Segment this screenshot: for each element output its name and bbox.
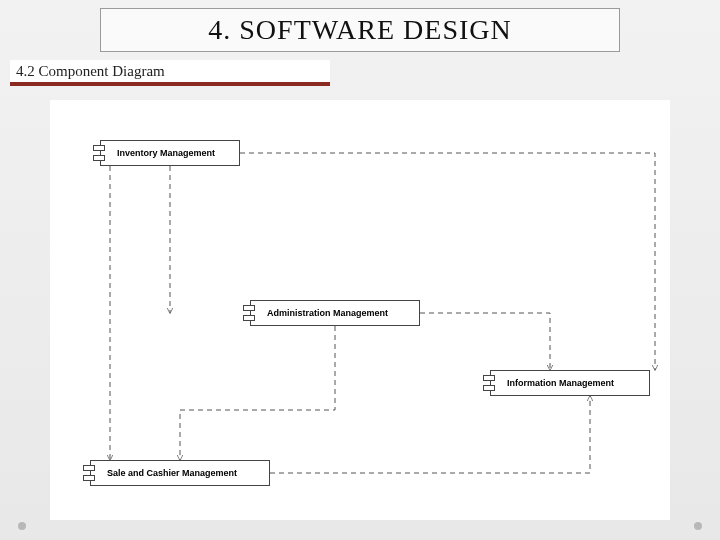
component-info: Information Management: [490, 370, 650, 396]
slide-title: 4. SOFTWARE DESIGN: [208, 14, 511, 46]
connector-admin-to-sale: [180, 326, 335, 460]
component-admin: Administration Management: [250, 300, 420, 326]
component-label: Information Management: [507, 378, 614, 388]
component-sale: Sale and Cashier Management: [90, 460, 270, 486]
connector-inventory-to-info: [240, 153, 655, 370]
slide-title-box: 4. SOFTWARE DESIGN: [100, 8, 620, 52]
component-tab-icon: [83, 465, 95, 471]
component-label: Administration Management: [267, 308, 388, 318]
component-tab-icon: [243, 315, 255, 321]
component-diagram: Inventory ManagementAdministration Manag…: [50, 100, 670, 520]
component-inventory: Inventory Management: [100, 140, 240, 166]
component-label: Inventory Management: [117, 148, 215, 158]
component-tab-icon: [93, 155, 105, 161]
slide-bullet-left-icon: [18, 522, 26, 530]
connector-sale-to-info: [270, 396, 590, 473]
slide-subtitle-box: 4.2 Component Diagram: [10, 60, 330, 86]
slide-subtitle: 4.2 Component Diagram: [16, 63, 165, 80]
component-tab-icon: [243, 305, 255, 311]
connector-admin-to-info: [420, 313, 550, 370]
component-tab-icon: [483, 375, 495, 381]
component-tab-icon: [483, 385, 495, 391]
component-tab-icon: [93, 145, 105, 151]
component-label: Sale and Cashier Management: [107, 468, 237, 478]
component-tab-icon: [83, 475, 95, 481]
slide-bullet-right-icon: [694, 522, 702, 530]
